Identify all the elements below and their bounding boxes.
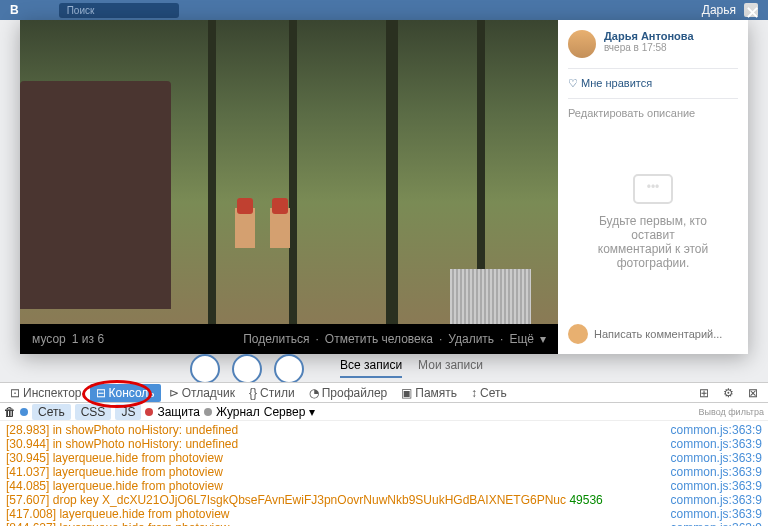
vk-logo[interactable]: В: [10, 3, 19, 17]
tab-styles[interactable]: {}Стили: [243, 384, 301, 402]
story-item[interactable]: [274, 354, 304, 384]
filter-js[interactable]: JS: [115, 404, 141, 420]
network-icon: ↕: [471, 386, 477, 400]
stories-row: [190, 354, 304, 384]
log-line: [44.085] layerqueue.hide from photoviewc…: [6, 479, 762, 493]
styles-icon: {}: [249, 386, 257, 400]
topbar: В Поиск Дарья: [0, 0, 768, 20]
filter-dot[interactable]: [204, 408, 212, 416]
photo-image[interactable]: [20, 20, 558, 324]
filter-output[interactable]: Вывод фильтра: [698, 407, 764, 417]
tab-memory[interactable]: ▣Память: [395, 384, 463, 402]
filter-journal[interactable]: Журнал: [216, 405, 260, 419]
comment-input-row: [568, 316, 738, 344]
share-button[interactable]: Поделиться: [243, 332, 309, 346]
photo-footer: мусор 1 из 6 Поделиться· Отметить челове…: [20, 324, 558, 354]
close-icon[interactable]: ✕: [745, 2, 760, 24]
log-line: [844.627] layerqueue.hide from photoview…: [6, 521, 762, 526]
log-line: [30.944] in showPhoto noHistory: undefin…: [6, 437, 762, 451]
filter-dot[interactable]: [145, 408, 153, 416]
filter-protection[interactable]: Защита: [157, 405, 200, 419]
trash-icon[interactable]: 🗑: [4, 405, 16, 419]
tab-network[interactable]: ↕Сеть: [465, 384, 513, 402]
tag-button[interactable]: Отметить человека: [325, 332, 433, 346]
story-item[interactable]: [232, 354, 262, 384]
tab-inspector[interactable]: ⊡Инспектор: [4, 384, 88, 402]
more-button[interactable]: Ещё: [509, 332, 534, 346]
tab-all[interactable]: Все записи: [340, 354, 402, 378]
author-block: Дарья Антонова вчера в 17:58: [568, 30, 738, 58]
author-avatar[interactable]: [568, 30, 596, 58]
photo-sidebar: Дарья Антонова вчера в 17:58 Мне нравитс…: [558, 20, 748, 354]
devtools-tabs: ⊡Инспектор ⊟Консоль ⊳Отладчик {}Стили ◔П…: [0, 383, 768, 403]
empty-comments: Будьте первым, кто оставит комментарий к…: [568, 127, 738, 316]
settings-icon[interactable]: ⚙: [717, 384, 740, 402]
edit-description[interactable]: Редактировать описание: [568, 99, 738, 127]
album-name[interactable]: мусор: [32, 332, 66, 346]
log-line: [41.037] layerqueue.hide from photoviewc…: [6, 465, 762, 479]
inspector-icon: ⊡: [10, 386, 20, 400]
photo-modal: мусор 1 из 6 Поделиться· Отметить челове…: [20, 20, 748, 354]
devtools: ⊡Инспектор ⊟Консоль ⊳Отладчик {}Стили ◔П…: [0, 382, 768, 526]
debugger-icon: ⊳: [169, 386, 179, 400]
post-time: вчера в 17:58: [604, 42, 694, 53]
log-line: [30.945] layerqueue.hide from photoviewc…: [6, 451, 762, 465]
comment-input[interactable]: [594, 328, 738, 340]
photo-counter: 1 из 6: [72, 332, 104, 346]
dock-icon[interactable]: ⊞: [693, 384, 715, 402]
tab-profiler[interactable]: ◔Профайлер: [303, 384, 394, 402]
filter-net[interactable]: Сеть: [32, 404, 71, 420]
log-line: [28.983] in showPhoto noHistory: undefin…: [6, 423, 762, 437]
devtools-close-icon[interactable]: ⊠: [742, 384, 764, 402]
filter-server[interactable]: Сервер: [264, 405, 306, 419]
console-icon: ⊟: [96, 386, 106, 400]
console-output[interactable]: [28.983] in showPhoto noHistory: undefin…: [0, 421, 768, 526]
log-line: [417.008] layerqueue.hide from photoview…: [6, 507, 762, 521]
topbar-user[interactable]: Дарья: [702, 3, 736, 17]
author-name[interactable]: Дарья Антонова: [604, 30, 694, 42]
console-filters: 🗑 Сеть CSS JS Защита Журнал Сервер ▾ Выв…: [0, 403, 768, 421]
feed-tabs: Все записи Мои записи: [340, 354, 483, 378]
delete-button[interactable]: Удалить: [448, 332, 494, 346]
profiler-icon: ◔: [309, 386, 319, 400]
filter-css[interactable]: CSS: [75, 404, 112, 420]
filter-dot[interactable]: [20, 408, 28, 416]
comment-icon: [633, 174, 673, 204]
memory-icon: ▣: [401, 386, 412, 400]
photo-pane: мусор 1 из 6 Поделиться· Отметить челове…: [20, 20, 558, 354]
tab-mine[interactable]: Мои записи: [418, 354, 483, 378]
like-button[interactable]: Мне нравится: [568, 68, 738, 99]
self-avatar: [568, 324, 588, 344]
search-input[interactable]: Поиск: [59, 3, 179, 18]
tab-console[interactable]: ⊟Консоль: [90, 384, 161, 402]
story-item[interactable]: [190, 354, 220, 384]
tab-debugger[interactable]: ⊳Отладчик: [163, 384, 241, 402]
log-line: [57.607] drop key X_dcXU21OJjO6L7IsgkQbs…: [6, 493, 762, 507]
